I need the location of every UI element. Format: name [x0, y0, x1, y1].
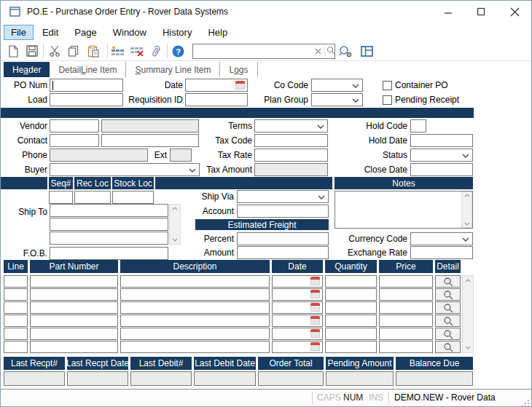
- notes-scrollbar[interactable]: [461, 191, 472, 228]
- calendar-icon[interactable]: [310, 342, 320, 351]
- price-input[interactable]: [379, 288, 433, 301]
- ship-to-line2-input[interactable]: [50, 218, 168, 231]
- notes-textarea[interactable]: [335, 191, 473, 229]
- calendar-icon[interactable]: [310, 290, 320, 299]
- resize-grip-icon[interactable]: [521, 397, 530, 407]
- new-document-button[interactable]: [7, 44, 20, 58]
- fob-input[interactable]: [50, 247, 168, 260]
- part-number-input[interactable]: [30, 328, 118, 340]
- delete-rows-button[interactable]: [130, 44, 144, 58]
- load-input[interactable]: [50, 93, 123, 106]
- calendar-icon[interactable]: [235, 81, 245, 90]
- insert-rows-button[interactable]: [112, 44, 125, 58]
- part-number-input[interactable]: [30, 301, 118, 314]
- copy-button[interactable]: [67, 44, 80, 58]
- tab-header[interactable]: Header: [4, 62, 50, 77]
- quantity-input[interactable]: [325, 315, 377, 327]
- menu-history[interactable]: History: [155, 25, 199, 40]
- line-number-cell[interactable]: [4, 315, 28, 327]
- detail-button[interactable]: [435, 328, 461, 340]
- ship-to-scrollbar[interactable]: [169, 204, 181, 245]
- price-input[interactable]: [379, 328, 433, 340]
- menu-file[interactable]: File: [4, 25, 34, 40]
- description-input[interactable]: [120, 315, 270, 327]
- help-button[interactable]: ?: [171, 44, 184, 58]
- price-input[interactable]: [379, 315, 433, 327]
- detail-button[interactable]: [435, 275, 461, 288]
- line-number-cell[interactable]: [4, 328, 28, 340]
- price-input[interactable]: [379, 275, 433, 288]
- tax-code-input[interactable]: [254, 134, 328, 147]
- hold-code-input[interactable]: [410, 119, 426, 133]
- line-table-scrollbar[interactable]: [462, 275, 474, 353]
- seq-input[interactable]: [49, 191, 73, 204]
- buyer-dropdown[interactable]: [50, 163, 200, 176]
- clear-icon[interactable]: [312, 47, 324, 57]
- calendar-icon[interactable]: [310, 329, 320, 338]
- percent-input[interactable]: [237, 232, 329, 245]
- menu-window[interactable]: Window: [106, 25, 154, 40]
- description-input[interactable]: [120, 288, 270, 301]
- price-input[interactable]: [379, 301, 433, 314]
- line-number-cell[interactable]: [4, 288, 28, 301]
- description-input[interactable]: [120, 275, 270, 288]
- search-icon[interactable]: [324, 46, 339, 57]
- line-number-cell[interactable]: [4, 301, 28, 314]
- save-button[interactable]: [26, 44, 39, 58]
- quantity-input[interactable]: [325, 301, 377, 314]
- hold-date-input[interactable]: [410, 134, 473, 147]
- quantity-input[interactable]: [325, 288, 377, 301]
- minimize-button[interactable]: [433, 1, 463, 23]
- po-num-input[interactable]: [50, 79, 123, 92]
- part-number-input[interactable]: [30, 275, 118, 288]
- quantity-input[interactable]: [325, 341, 377, 353]
- plan-group-dropdown[interactable]: [311, 93, 363, 106]
- part-number-input[interactable]: [30, 288, 118, 301]
- amount-input[interactable]: [237, 246, 329, 259]
- menu-edit[interactable]: Edit: [35, 25, 66, 40]
- description-input[interactable]: [120, 301, 270, 314]
- rec-loc-input[interactable]: [74, 191, 111, 204]
- cut-button[interactable]: [48, 44, 61, 58]
- contact-name-input[interactable]: [101, 134, 199, 147]
- status-dropdown[interactable]: [410, 149, 473, 162]
- terms-dropdown[interactable]: [254, 119, 328, 133]
- lookup-button[interactable]: [339, 44, 352, 58]
- menu-help[interactable]: Help: [200, 25, 235, 40]
- layout-button[interactable]: [360, 44, 373, 58]
- menu-page[interactable]: Page: [67, 25, 103, 40]
- search-input[interactable]: [193, 45, 312, 58]
- detail-button[interactable]: [435, 288, 461, 301]
- contact-code-input[interactable]: [50, 134, 99, 147]
- line-number-cell[interactable]: [4, 275, 28, 288]
- close-date-input[interactable]: [410, 163, 473, 176]
- detail-button[interactable]: [435, 341, 461, 353]
- close-button[interactable]: [499, 1, 530, 23]
- ship-to-line1-input[interactable]: [50, 204, 168, 217]
- ship-to-line3-input[interactable]: [50, 232, 168, 245]
- quantity-input[interactable]: [325, 328, 377, 340]
- part-number-input[interactable]: [30, 315, 118, 327]
- quantity-input[interactable]: [325, 275, 377, 288]
- requisition-id-input[interactable]: [185, 93, 248, 106]
- line-number-cell[interactable]: [4, 341, 28, 353]
- calendar-icon[interactable]: [310, 303, 320, 312]
- detail-button[interactable]: [435, 315, 461, 327]
- co-code-dropdown[interactable]: [311, 79, 363, 92]
- detail-button[interactable]: [435, 301, 461, 314]
- ship-via-dropdown[interactable]: [237, 190, 329, 203]
- description-input[interactable]: [120, 328, 270, 340]
- vendor-code-input[interactable]: [50, 119, 99, 133]
- part-number-input[interactable]: [30, 341, 118, 353]
- currency-code-dropdown[interactable]: [410, 232, 473, 245]
- exchange-rate-input[interactable]: [410, 246, 473, 259]
- title-bar[interactable]: PO.E - Purchase Order Entry - Rover Data…: [1, 1, 531, 23]
- tax-rate-input[interactable]: [254, 149, 328, 162]
- price-input[interactable]: [379, 341, 433, 353]
- maximize-button[interactable]: [466, 1, 496, 23]
- tab-summary-line-item[interactable]: Summary Line Item: [126, 62, 220, 77]
- tab-logs[interactable]: Logs: [220, 62, 257, 77]
- pending-receipt-checkbox[interactable]: [383, 95, 392, 105]
- paste-button[interactable]: [87, 44, 100, 58]
- container-po-checkbox[interactable]: [383, 81, 392, 90]
